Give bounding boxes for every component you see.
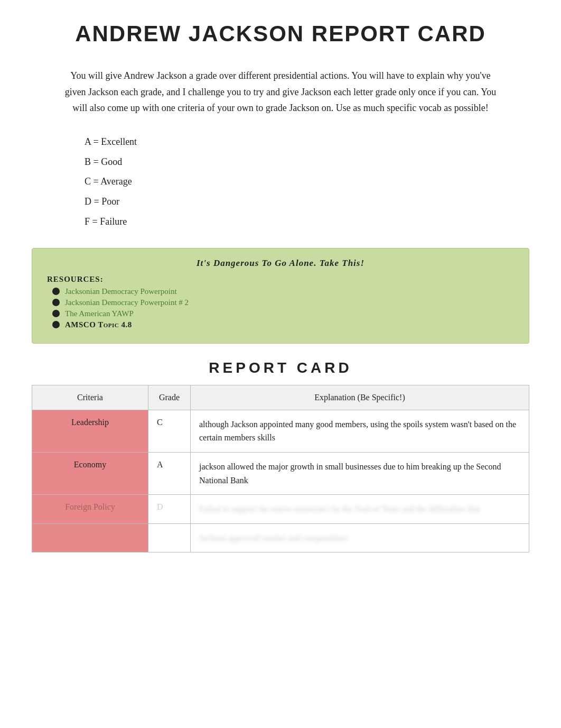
explanation-cell: jackson allowed the major growth in smal… <box>191 452 529 494</box>
col-explanation: Explanation (Be Specific!) <box>191 385 529 410</box>
explanation-cell: Jackson approved treaties and compromise… <box>191 523 529 552</box>
bullet-icon <box>52 310 60 317</box>
resources-label: RESOURCES: <box>47 275 514 284</box>
grade-cell <box>148 523 191 552</box>
table-header-row: Criteria Grade Explanation (Be Specific!… <box>32 385 529 410</box>
resource-link-1[interactable]: Jacksonian Democracy Powerpoint <box>65 287 177 296</box>
col-grade: Grade <box>148 385 191 410</box>
list-item: Jacksonian Democracy Powerpoint # 2 <box>52 298 514 307</box>
explanation-cell: Failed to support the native american's … <box>191 495 529 524</box>
table-row: Foreign PolicyDFailed to support the nat… <box>32 495 529 524</box>
resource-link-2[interactable]: Jacksonian Democracy Powerpoint # 2 <box>65 298 189 307</box>
resource-bold-4: AMSCO Topic 4.8 <box>65 320 132 329</box>
grade-a: A = Excellent <box>85 132 529 152</box>
criteria-cell: Foreign Policy <box>32 495 148 524</box>
resource-link-3[interactable]: The American YAWP <box>65 309 134 318</box>
bullet-icon <box>52 288 60 295</box>
intro-paragraph: You will give Andrew Jackson a grade ove… <box>64 68 497 116</box>
col-criteria: Criteria <box>32 385 148 410</box>
grade-cell: D <box>148 495 191 524</box>
grade-scale: A = Excellent B = Good C = Average D = P… <box>85 132 529 232</box>
resources-box: It's Dangerous to Go Alone. Take This! R… <box>32 248 529 344</box>
bullet-icon <box>52 321 60 328</box>
report-card-title: REPORT CARD <box>32 360 529 376</box>
criteria-cell: Economy <box>32 452 148 494</box>
list-item: The American YAWP <box>52 309 514 318</box>
list-item: Jacksonian Democracy Powerpoint <box>52 287 514 296</box>
table-row: EconomyAjackson allowed the major growth… <box>32 452 529 494</box>
grade-f: F = Failure <box>85 212 529 232</box>
table-row: LeadershipCalthough Jackson appointed ma… <box>32 410 529 452</box>
list-item: AMSCO Topic 4.8 <box>52 320 514 329</box>
table-row: Jackson approved treaties and compromise… <box>32 523 529 552</box>
grade-cell: C <box>148 410 191 452</box>
grade-d: D = Poor <box>85 192 529 212</box>
resources-list: Jacksonian Democracy Powerpoint Jacksoni… <box>52 287 514 329</box>
grade-cell: A <box>148 452 191 494</box>
grade-b: B = Good <box>85 152 529 172</box>
report-table: Criteria Grade Explanation (Be Specific!… <box>32 385 529 553</box>
page-title: Andrew Jackson Report Card <box>32 21 529 47</box>
grade-c: C = Average <box>85 172 529 192</box>
explanation-cell: although Jackson appointed many good mem… <box>191 410 529 452</box>
resources-title: It's Dangerous to Go Alone. Take This! <box>47 258 514 269</box>
criteria-cell <box>32 523 148 552</box>
bullet-icon <box>52 299 60 306</box>
criteria-cell: Leadership <box>32 410 148 452</box>
